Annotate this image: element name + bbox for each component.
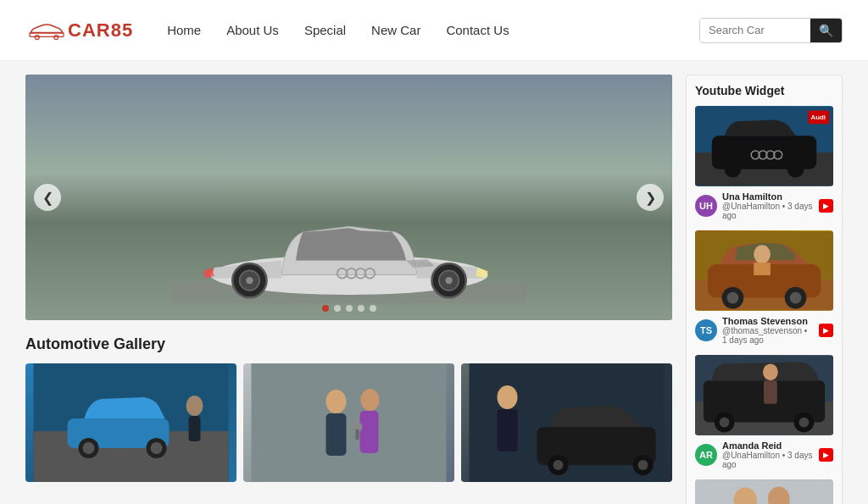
youtube-widget: Youtube Widget [686,75,843,504]
svg-rect-54 [754,263,771,275]
svg-point-37 [498,385,518,409]
logo-link[interactable]: CAR85 [25,16,133,45]
svg-point-42 [725,161,742,178]
youtube-play-btn-2[interactable]: ▶ [819,324,833,337]
left-column: ❮ ❯ Automotive Gallery [25,75,672,504]
youtube-channel-row-3: AR Amanda Reid @UnaHamilton • 3 days ago… [695,440,833,469]
svg-point-65 [798,418,809,428]
youtube-thumb-1[interactable]: Audi [695,106,833,186]
svg-point-27 [361,389,380,411]
carousel-dot-3[interactable] [346,305,353,312]
svg-rect-30 [356,429,359,440]
svg-rect-28 [360,411,379,453]
svg-point-66 [763,363,778,380]
youtube-channel-name-3: Amanda Reid [722,440,814,451]
svg-point-53 [754,245,771,263]
gallery-item-2[interactable] [243,363,454,482]
gallery-item-1[interactable] [25,363,236,482]
site-header: CAR85 Home About Us Special New Car Cont… [0,0,868,61]
youtube-widget-title: Youtube Widget [695,84,833,97]
svg-point-43 [787,161,804,178]
youtube-item-2: TS Thomas Stevenson @thomas_stevenson • … [695,230,833,345]
logo-icon [25,16,68,45]
carousel-next-button[interactable]: ❯ [637,184,664,211]
svg-point-34 [554,460,564,470]
carousel-dot-5[interactable] [370,305,376,312]
search-icon: 🔍 [819,24,833,37]
youtube-item-1: Audi UH Una Hamilton @UnaHamilton • 3 da… [695,106,833,220]
youtube-channel-info-1: Una Hamilton @UnaHamilton • 3 days ago [722,191,814,220]
svg-point-58 [790,292,802,304]
youtube-channel-name-2: Thomas Stevenson [722,316,814,326]
svg-point-22 [186,396,203,416]
search-bar: 🔍 [699,18,843,43]
youtube-avatar-1: UH [695,195,717,217]
svg-rect-38 [498,409,518,451]
youtube-channel-handle-2: @thomas_stevenson • 1 days ago [722,326,814,345]
svg-text:Audi: Audi [810,114,826,121]
carousel-dots [322,305,376,312]
hero-carousel: ❮ ❯ [25,75,672,320]
nav-new-car[interactable]: New Car [371,23,420,37]
youtube-channel-info-3: Amanda Reid @UnaHamilton • 3 days ago [722,440,814,469]
youtube-channel-handle-1: @UnaHamilton • 3 days ago [722,202,814,220]
svg-rect-24 [252,363,447,482]
youtube-thumb-2[interactable] [695,230,833,311]
gallery-grid [25,363,672,482]
svg-point-25 [326,390,347,413]
svg-point-19 [83,442,95,454]
carousel-dot-4[interactable] [358,305,364,312]
youtube-play-btn-3[interactable]: ▶ [819,448,833,462]
svg-point-11 [445,277,452,284]
youtube-play-btn-1[interactable]: ▶ [819,199,833,213]
youtube-item-3: AR Amanda Reid @UnaHamilton • 3 days ago… [695,355,833,469]
youtube-avatar-2: TS [695,319,717,341]
svg-rect-67 [764,380,777,404]
youtube-channel-row-1: UH Una Hamilton @UnaHamilton • 3 days ag… [695,191,833,220]
svg-rect-68 [695,479,833,504]
youtube-channel-info-2: Thomas Stevenson @thomas_stevenson • 1 d… [722,316,814,345]
youtube-channel-row-2: TS Thomas Stevenson @thomas_stevenson • … [695,316,833,345]
search-button[interactable]: 🔍 [810,19,842,42]
svg-point-21 [151,442,163,454]
svg-point-14 [246,277,253,284]
gallery-item-3[interactable] [461,363,672,482]
nav-about[interactable]: About Us [226,23,279,37]
carousel-dot-1[interactable] [322,305,329,312]
gallery-title: Automotive Gallery [25,335,672,353]
youtube-channel-handle-3: @UnaHamilton • 3 days ago [722,451,814,469]
svg-point-36 [638,460,648,470]
svg-rect-26 [326,413,347,456]
search-input[interactable] [700,19,810,42]
youtube-last-thumb[interactable] [695,479,833,504]
main-nav: Home About Us Special New Car Contact Us [167,23,699,37]
svg-point-56 [727,292,739,304]
youtube-avatar-3: AR [695,444,717,466]
carousel-dot-2[interactable] [334,305,341,312]
svg-rect-23 [189,416,201,441]
right-column: Youtube Widget [686,75,843,504]
youtube-channel-name-1: Una Hamilton [722,191,814,202]
svg-point-63 [720,418,730,428]
youtube-thumb-3[interactable] [695,355,833,435]
nav-home[interactable]: Home [167,23,201,37]
main-content: ❮ ❯ Automotive Gallery [0,61,868,504]
nav-contact[interactable]: Contact Us [446,23,509,37]
logo-text: CAR85 [68,19,133,42]
nav-special[interactable]: Special [304,23,346,37]
carousel-prev-button[interactable]: ❮ [34,184,61,211]
